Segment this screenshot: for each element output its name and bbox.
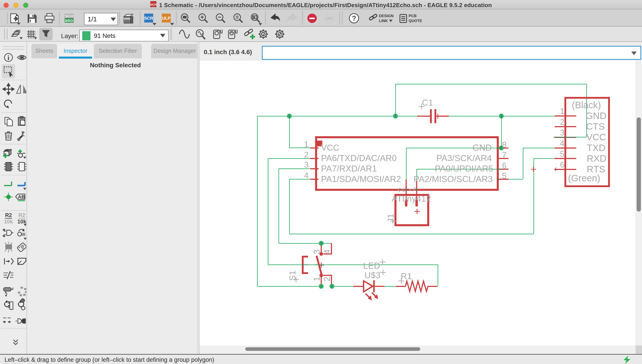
svg-text:3: 3 bbox=[312, 250, 321, 254]
svg-text:CTS: CTS bbox=[586, 121, 605, 132]
svg-text:VCC: VCC bbox=[586, 132, 606, 142]
svg-text:R2: R2 bbox=[19, 212, 26, 218]
svg-text:BRD: BRD bbox=[65, 19, 73, 23]
svg-text:PCB: PCB bbox=[409, 14, 417, 18]
svg-text:7: 7 bbox=[502, 150, 506, 160]
svg-text:QUOTE: QUOTE bbox=[409, 19, 422, 23]
svg-text:SCH: SCH bbox=[150, 3, 157, 6]
svg-text:(Green): (Green) bbox=[568, 173, 600, 183]
svg-text:RXD: RXD bbox=[587, 153, 606, 164]
svg-text:GO: GO bbox=[326, 16, 332, 21]
svg-text:PA1/SDA/MOSI/AR2: PA1/SDA/MOSI/AR2 bbox=[321, 174, 401, 184]
svg-text:LED: LED bbox=[363, 261, 380, 270]
svg-text:1/1: 1/1 bbox=[88, 15, 97, 23]
svg-text:Layer:: Layer: bbox=[61, 32, 79, 40]
svg-text:1: 1 bbox=[407, 187, 417, 192]
svg-text:5: 5 bbox=[560, 150, 564, 158]
svg-text:2: 2 bbox=[322, 277, 332, 281]
svg-text:PA7/RXD/AR1: PA7/RXD/AR1 bbox=[321, 164, 377, 173]
svg-text:TXD: TXD bbox=[587, 142, 605, 153]
svg-text:GND: GND bbox=[585, 110, 606, 121]
svg-text:ULP: ULP bbox=[162, 16, 171, 20]
svg-text:PA0/UPDI/AR5: PA0/UPDI/AR5 bbox=[435, 164, 493, 173]
svg-text:C1: C1 bbox=[422, 98, 433, 107]
svg-text:R1: R1 bbox=[401, 272, 412, 281]
svg-text:91 Nets: 91 Nets bbox=[94, 32, 116, 39]
svg-text:6: 6 bbox=[502, 161, 506, 170]
svg-text:10k: 10k bbox=[18, 218, 26, 224]
svg-text:5: 5 bbox=[502, 171, 506, 180]
svg-text:1: 1 bbox=[312, 277, 321, 281]
svg-text:1: 1 bbox=[304, 140, 309, 149]
svg-text:PA3/SCK/AR4: PA3/SCK/AR4 bbox=[436, 153, 492, 163]
svg-text:6: 6 bbox=[560, 160, 564, 169]
svg-text:3: 3 bbox=[304, 160, 309, 170]
svg-text:U$3: U$3 bbox=[364, 271, 381, 280]
svg-text:VCC: VCC bbox=[321, 143, 339, 152]
svg-text:PA6/TXD/DAC/AR0: PA6/TXD/DAC/AR0 bbox=[321, 153, 397, 163]
svg-text:SCR: SCR bbox=[144, 16, 153, 20]
svg-text:LINK: LINK bbox=[379, 19, 388, 23]
svg-text:ATtiny412: ATtiny412 bbox=[392, 194, 431, 204]
svg-text:PA2/MISO/SCL/AR3: PA2/MISO/SCL/AR3 bbox=[413, 174, 493, 184]
svg-text:2: 2 bbox=[304, 150, 309, 159]
svg-text:SCH: SCH bbox=[65, 14, 73, 18]
svg-text:4: 4 bbox=[322, 250, 332, 254]
svg-text:R2: R2 bbox=[5, 212, 12, 218]
svg-text:2: 2 bbox=[397, 188, 406, 192]
svg-text:1: 1 bbox=[560, 107, 564, 116]
svg-text:4: 4 bbox=[304, 171, 309, 180]
svg-text:i: i bbox=[8, 54, 9, 61]
svg-text:?: ? bbox=[352, 14, 356, 22]
svg-text:DESIGN: DESIGN bbox=[379, 14, 393, 18]
svg-text:4: 4 bbox=[560, 139, 564, 148]
svg-text:10k: 10k bbox=[4, 218, 13, 224]
svg-text:AB: AB bbox=[18, 194, 25, 200]
svg-text:3: 3 bbox=[560, 128, 564, 137]
svg-text:2: 2 bbox=[560, 118, 564, 126]
svg-text:(Black): (Black) bbox=[572, 100, 601, 110]
svg-text:GND: GND bbox=[472, 143, 492, 152]
svg-text:8: 8 bbox=[502, 140, 506, 149]
